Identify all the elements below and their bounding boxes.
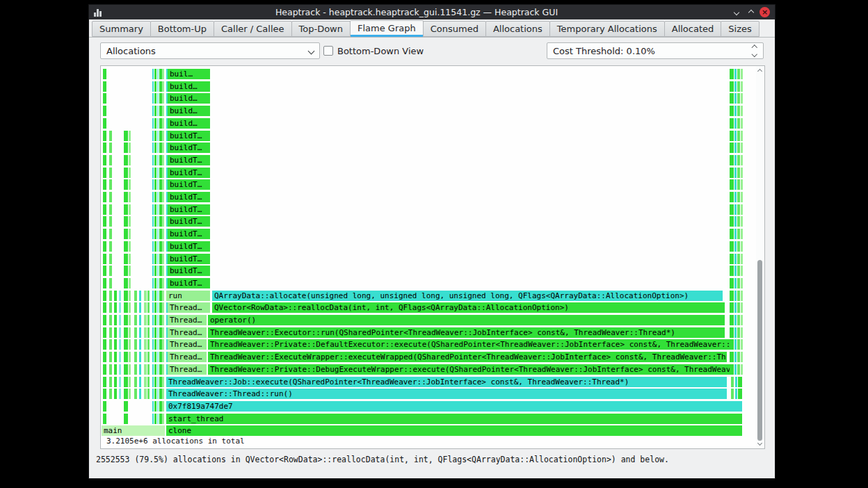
flame-strip[interactable] — [103, 278, 106, 288]
flame-strip[interactable] — [139, 352, 141, 362]
flame-strip[interactable] — [157, 254, 159, 264]
flame-strip[interactable] — [114, 302, 117, 313]
flame-strip[interactable] — [731, 377, 734, 387]
flame-strip[interactable] — [129, 364, 131, 375]
flame-strip[interactable] — [129, 204, 131, 215]
flame-strip[interactable] — [103, 204, 106, 215]
flame-strip[interactable] — [157, 364, 159, 375]
flame-strip[interactable] — [737, 168, 740, 178]
flame-strip[interactable] — [129, 216, 131, 227]
tab-temporary-allocations[interactable]: Temporary Allocations — [549, 21, 665, 37]
flame-strip[interactable] — [157, 241, 159, 252]
flame-strip[interactable] — [162, 93, 164, 104]
flame-strip[interactable] — [154, 93, 156, 104]
flame-bar[interactable]: build… — [168, 106, 210, 116]
flame-strip[interactable] — [734, 69, 737, 79]
flame-strip[interactable] — [741, 315, 743, 325]
flame-strip[interactable] — [741, 364, 743, 375]
flame-strip[interactable] — [139, 377, 141, 387]
flame-strip[interactable] — [119, 302, 121, 313]
flame-strip[interactable] — [129, 241, 131, 252]
flame-strip[interactable] — [124, 377, 128, 387]
flame-strip[interactable] — [741, 302, 743, 313]
flame-strip[interactable] — [157, 339, 159, 350]
flame-strip[interactable] — [129, 377, 131, 387]
flame-strip[interactable] — [103, 93, 106, 104]
flame-strip[interactable] — [730, 278, 734, 288]
flame-strip[interactable] — [734, 155, 737, 165]
flame-strip[interactable] — [109, 315, 112, 325]
flame-strip[interactable] — [737, 155, 740, 165]
tab-consumed[interactable]: Consumed — [423, 21, 486, 37]
flame-strip[interactable] — [139, 364, 141, 375]
flame-strip[interactable] — [109, 168, 112, 178]
flame-strip[interactable] — [154, 106, 156, 116]
scroll-down-icon[interactable] — [757, 441, 762, 446]
flame-strip[interactable] — [734, 204, 737, 215]
flame-strip[interactable] — [162, 377, 164, 387]
flame-strip[interactable] — [154, 229, 156, 239]
flame-strip[interactable] — [741, 241, 743, 252]
flame-strip[interactable] — [103, 291, 106, 301]
flame-strip[interactable] — [109, 364, 112, 375]
flame-strip[interactable] — [154, 377, 156, 387]
flame-strip[interactable] — [737, 339, 740, 350]
flame-strip[interactable] — [129, 389, 131, 399]
flame-strip[interactable] — [124, 302, 128, 313]
flame-strip[interactable] — [154, 401, 156, 412]
flame-strip[interactable] — [124, 254, 128, 264]
flame-strip[interactable] — [737, 143, 740, 153]
flame-strip[interactable] — [737, 278, 740, 288]
flame-strip[interactable] — [152, 291, 154, 301]
flame-strip[interactable] — [139, 291, 141, 301]
tab-allocated[interactable]: Allocated — [664, 21, 722, 37]
flame-strip[interactable] — [734, 81, 737, 92]
flame-bar[interactable]: clone — [166, 425, 742, 436]
flame-strip[interactable] — [103, 229, 106, 239]
spinner-down-icon[interactable] — [751, 51, 757, 56]
flame-strip[interactable] — [152, 216, 154, 227]
flame-bar[interactable]: buildT… — [168, 216, 210, 227]
flame-strip[interactable] — [152, 254, 154, 264]
flame-strip[interactable] — [730, 339, 734, 350]
scrollbar-thumb[interactable] — [757, 260, 762, 441]
flame-strip[interactable] — [157, 93, 159, 104]
flame-bar[interactable]: buildT… — [168, 254, 210, 264]
flame-strip[interactable] — [741, 291, 743, 301]
flame-strip[interactable] — [103, 401, 106, 412]
flame-strip[interactable] — [162, 192, 164, 202]
flame-strip[interactable] — [162, 69, 164, 79]
flame-strip[interactable] — [119, 339, 121, 350]
flame-strip[interactable] — [154, 352, 156, 362]
flame-strip[interactable] — [152, 364, 154, 375]
flame-strip[interactable] — [147, 315, 150, 325]
flame-strip[interactable] — [103, 69, 106, 79]
flame-bar[interactable]: Thread… — [168, 339, 207, 350]
flame-strip[interactable] — [129, 278, 131, 288]
flame-strip[interactable] — [152, 192, 154, 202]
flame-strip[interactable] — [741, 352, 743, 362]
flame-bar[interactable]: Thread… — [168, 315, 207, 325]
flame-strip[interactable] — [124, 168, 128, 178]
flame-strip[interactable] — [154, 278, 156, 288]
flame-strip[interactable] — [129, 143, 131, 153]
flame-strip[interactable] — [129, 229, 131, 239]
flame-strip[interactable] — [730, 69, 734, 79]
flame-strip[interactable] — [109, 302, 112, 313]
flame-strip[interactable] — [737, 266, 740, 276]
flame-strip[interactable] — [162, 339, 164, 350]
flame-strip[interactable] — [103, 266, 106, 276]
flame-strip[interactable] — [109, 131, 112, 141]
flame-strip[interactable] — [124, 364, 128, 375]
flame-strip[interactable] — [124, 278, 128, 288]
flame-strip[interactable] — [152, 229, 154, 239]
flame-strip[interactable] — [109, 266, 112, 276]
flame-strip[interactable] — [157, 389, 159, 399]
flame-strip[interactable] — [162, 168, 164, 178]
flame-strip[interactable] — [129, 131, 131, 141]
flame-strip[interactable] — [162, 131, 164, 141]
flame-strip[interactable] — [741, 143, 743, 153]
flame-strip[interactable] — [154, 339, 156, 350]
flame-strip[interactable] — [139, 327, 141, 338]
flame-strip[interactable] — [730, 291, 734, 301]
